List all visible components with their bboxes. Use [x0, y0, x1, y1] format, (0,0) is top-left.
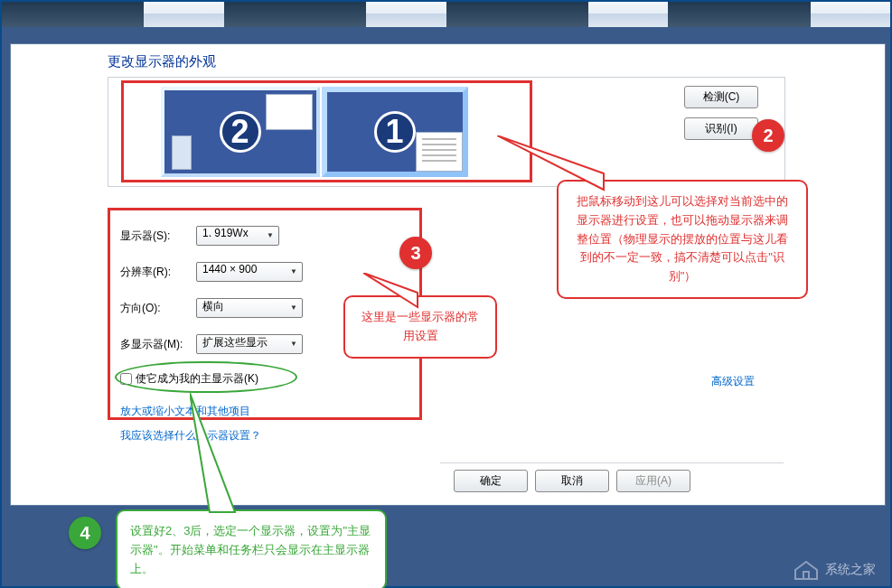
window-thumbnail-icon: [172, 135, 192, 170]
primary-display-checkbox[interactable]: [120, 373, 132, 385]
text-scaling-link[interactable]: 放大或缩小文本和其他项目: [120, 404, 250, 419]
which-settings-link[interactable]: 我应该选择什么显示器设置？: [120, 428, 261, 443]
apply-button[interactable]: 应用(A): [616, 470, 690, 492]
advanced-settings-link[interactable]: 高级设置: [711, 374, 755, 389]
watermark: 系统之家: [793, 559, 876, 581]
annotation-badge-3: 3: [399, 237, 432, 269]
window-thumbnail-icon: [266, 94, 313, 130]
page-title: 更改显示器的外观: [108, 53, 216, 70]
window-thumbnail-icon: [416, 132, 463, 172]
monitor-number-badge: 2: [220, 111, 261, 153]
annotation-callout-3: 这里是一些显示器的常用设置: [343, 295, 497, 359]
annotation-badge-4: 4: [69, 517, 101, 549]
monitor-number-badge: 1: [374, 111, 416, 153]
window-titlebar: [2, 2, 890, 27]
annotation-badge-2: 2: [752, 119, 784, 152]
multidisplay-select[interactable]: 扩展这些显示: [196, 334, 303, 354]
ok-button[interactable]: 确定: [454, 470, 528, 492]
monitor-2[interactable]: 2: [161, 87, 320, 177]
annotation-callout-4: 设置好2、3后，选定一个显示器，设置为"主显示器"。开始菜单和任务栏只会显示在主…: [116, 509, 387, 588]
window-frame: 更改显示器的外观 2 1 检测(C) 识别(I) 显示器(S): 1. 919W: [0, 0, 892, 588]
cancel-button[interactable]: 取消: [535, 470, 609, 492]
primary-display-label: 使它成为我的主显示器(K): [136, 371, 258, 387]
detect-button[interactable]: 检测(C): [684, 86, 758, 108]
orientation-label: 方向(O):: [120, 301, 196, 316]
resolution-select[interactable]: 1440 × 900: [196, 262, 303, 282]
display-select[interactable]: 1. 919Wx: [196, 226, 279, 246]
identify-button[interactable]: 识别(I): [684, 117, 758, 140]
separator: [440, 462, 784, 463]
annotation-callout-2: 把鼠标移动到这儿可以选择对当前选中的显示器进行设置，也可以拖动显示器来调整位置（…: [557, 180, 808, 299]
monitor-1[interactable]: 1: [322, 87, 468, 177]
display-label: 显示器(S):: [120, 229, 196, 244]
multidisplay-label: 多显示器(M):: [120, 337, 196, 352]
resolution-label: 分辨率(R):: [120, 265, 196, 280]
orientation-select[interactable]: 横向: [196, 298, 303, 318]
